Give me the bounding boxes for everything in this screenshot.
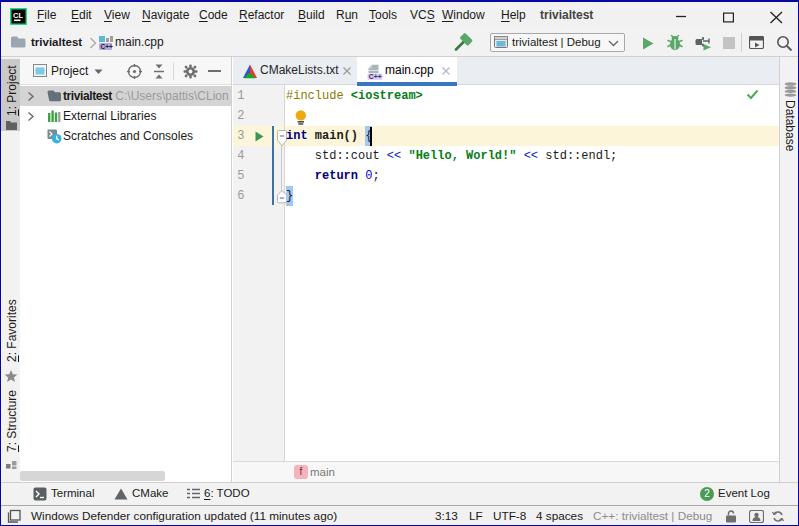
svg-text:C++: C++ bbox=[100, 43, 112, 50]
svg-text:C++: C++ bbox=[369, 72, 382, 79]
